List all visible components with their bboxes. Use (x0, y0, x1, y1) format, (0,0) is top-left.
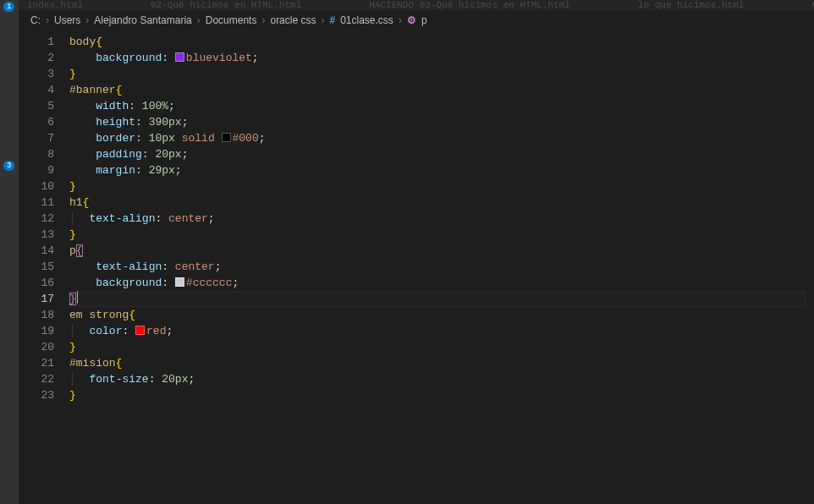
breadcrumb-seg-user[interactable]: Alejandro Santamaria (94, 14, 191, 26)
symbol-css-icon: ⚙ (407, 14, 416, 26)
line-number: 16 (19, 275, 54, 291)
breadcrumb-file[interactable]: 01clase.css (340, 14, 393, 26)
color-swatch-icon[interactable] (175, 52, 184, 62)
chevron-right-icon: › (84, 14, 91, 26)
minimap[interactable] (806, 30, 814, 504)
line-number: 22 (19, 371, 54, 387)
line-number: 18 (19, 307, 54, 323)
activity-badge-1[interactable]: 1 (3, 2, 14, 12)
breadcrumb-symbol[interactable]: p (421, 14, 427, 26)
breadcrumb-seg-drive[interactable]: C: (30, 14, 41, 26)
tab-1[interactable]: index.html (27, 0, 83, 10)
text-cursor (77, 291, 78, 304)
line-number: 10 (19, 178, 54, 194)
line-number-gutter: 1234567891011121314151617181920212223 (19, 30, 69, 504)
line-number: 3 (19, 66, 54, 82)
code-line[interactable]: } (69, 339, 806, 355)
activity-badge-2[interactable]: 3 (3, 161, 14, 171)
chevron-right-icon: › (44, 14, 51, 26)
code-line-active[interactable]: } (69, 291, 806, 307)
code-line[interactable]: em strong{ (69, 307, 806, 323)
line-number: 1 (19, 34, 54, 50)
line-number: 14 (19, 243, 54, 259)
code-line[interactable]: } (69, 387, 806, 403)
line-number: 19 (19, 323, 54, 339)
chevron-right-icon: › (397, 14, 404, 26)
code-line[interactable]: margin: 29px; (69, 162, 806, 178)
editor-area[interactable]: 1234567891011121314151617181920212223 bo… (19, 30, 814, 504)
line-number: 12 (19, 211, 54, 227)
line-number: 9 (19, 162, 54, 178)
code-line[interactable]: } (69, 227, 806, 243)
code-line[interactable]: padding: 20px; (69, 146, 806, 162)
line-number: 6 (19, 114, 54, 130)
code-line[interactable]: │ text-align: center; (69, 211, 806, 227)
breadcrumb-seg-documents[interactable]: Documents (206, 14, 257, 26)
code-line[interactable]: │ font-size: 20px; (69, 371, 806, 387)
code-line[interactable]: #banner{ (69, 82, 806, 98)
color-swatch-icon[interactable] (222, 133, 231, 142)
code-line[interactable]: #mision{ (69, 355, 806, 371)
code-line[interactable]: h1{ (69, 194, 806, 211)
line-number: 5 (19, 98, 54, 114)
main-column: index.html 02-Qué hicimos en HTML.html H… (19, 0, 814, 504)
line-number: 17 (19, 291, 54, 307)
breadcrumb-seg-users[interactable]: Users (54, 14, 80, 26)
line-number: 13 (19, 227, 54, 243)
tab-4[interactable]: lo que hicimos.html (638, 0, 744, 10)
activity-bar: 1 3 (0, 0, 19, 504)
line-number: 23 (19, 387, 54, 403)
code-line[interactable]: border: 10px solid #000; (69, 130, 806, 146)
code-line[interactable]: } (69, 178, 806, 194)
code-line[interactable]: body{ (69, 34, 806, 50)
code-line[interactable]: background: #cccccc; (69, 275, 806, 291)
line-number: 15 (19, 259, 54, 275)
code-line[interactable]: │ color: red; (69, 323, 806, 339)
code-line[interactable]: height: 390px; (69, 114, 806, 130)
code-line[interactable]: } (69, 66, 806, 82)
color-swatch-icon[interactable] (175, 277, 184, 287)
chevron-right-icon: › (319, 14, 326, 26)
tab-3[interactable]: HACIENDO 03-Qué hicimos en HTML.html (369, 0, 570, 10)
code-line[interactable]: text-align: center; (69, 259, 806, 275)
code-line[interactable]: width: 100%; (69, 98, 806, 114)
color-swatch-icon[interactable] (135, 326, 145, 335)
line-number: 7 (19, 130, 54, 146)
tab-2[interactable]: 02-Qué hicimos en HTML.html (151, 0, 301, 10)
code-line[interactable]: background: blueviolet; (69, 50, 806, 66)
app-root: 1 3 index.html 02-Qué hicimos en HTML.ht… (0, 0, 814, 504)
chevron-right-icon: › (260, 14, 267, 26)
line-number: 4 (19, 82, 54, 98)
css-file-icon: # (329, 14, 335, 26)
line-number: 20 (19, 339, 54, 355)
editor-tabs[interactable]: index.html 02-Qué hicimos en HTML.html H… (19, 0, 814, 10)
chevron-right-icon: › (195, 14, 202, 26)
line-number: 11 (19, 194, 54, 211)
breadcrumb-seg-folder[interactable]: oracle css (270, 14, 316, 26)
breadcrumb[interactable]: C: › Users › Alejandro Santamaria › Docu… (19, 10, 814, 30)
line-number: 8 (19, 146, 54, 162)
line-number: 21 (19, 355, 54, 371)
code-content[interactable]: body{ background: blueviolet; } #banner{… (69, 30, 806, 504)
line-number: 2 (19, 50, 54, 66)
code-line[interactable]: p{ (69, 243, 806, 259)
